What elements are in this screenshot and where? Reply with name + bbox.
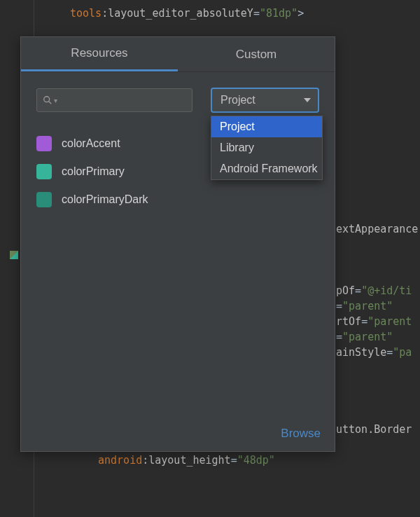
scope-option-android-framework[interactable]: Android Framework <box>211 158 322 179</box>
resource-item-colorPrimaryDark[interactable]: colorPrimaryDark <box>36 186 319 214</box>
resource-picker-popup: Resources Custom ▾ Project Project <box>20 36 335 452</box>
resource-name: colorPrimary <box>62 165 125 178</box>
scope-select[interactable]: Project <box>211 88 319 113</box>
color-swatch <box>36 192 52 207</box>
scope-option-project[interactable]: Project <box>211 116 322 137</box>
chevron-down-icon <box>304 98 311 102</box>
color-swatch <box>36 136 52 151</box>
search-options-caret[interactable]: ▾ <box>54 97 57 104</box>
xml-namespace: tools <box>70 7 102 20</box>
scope-select-value: Project <box>220 94 255 106</box>
browse-link[interactable]: Browse <box>281 427 321 441</box>
tab-label: Resources <box>71 46 127 60</box>
tab-label: Custom <box>236 48 277 62</box>
resource-name: colorAccent <box>62 137 120 150</box>
search-input[interactable] <box>62 95 186 106</box>
gutter-color-indicator[interactable] <box>10 251 18 259</box>
color-swatch <box>36 164 52 179</box>
resource-name: colorPrimaryDark <box>62 193 148 206</box>
search-icon <box>43 95 52 105</box>
tab-bar: Resources Custom <box>21 37 335 72</box>
tab-custom[interactable]: Custom <box>178 37 335 71</box>
svg-point-1 <box>44 97 50 102</box>
svg-line-2 <box>49 102 52 104</box>
scope-option-library[interactable]: Library <box>211 137 322 158</box>
search-input-wrapper[interactable]: ▾ <box>36 88 192 112</box>
tab-resources[interactable]: Resources <box>21 37 178 71</box>
scope-dropdown: Project Library Android Framework <box>211 116 323 180</box>
